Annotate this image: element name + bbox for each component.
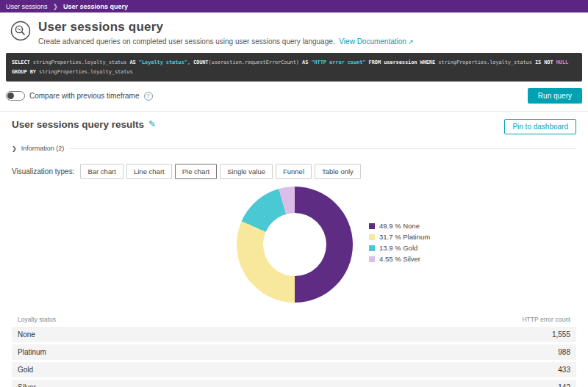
page-subtitle: Create advanced queries on completed use… [38,37,413,46]
query-toolbar: Compare with previous timeframe ? Run qu… [6,88,582,104]
toggle-switch-icon[interactable] [6,91,25,101]
legend-item: 4.55 % Silver [369,255,430,263]
legend-label[interactable]: 31.7 % Platinum [379,233,430,241]
viz-option-line-chart[interactable]: Line chart [126,164,172,179]
legend-swatch [369,256,375,262]
compare-toggle-label: Compare with previous timeframe [29,92,140,100]
legend-label[interactable]: 4.55 % Silver [379,255,420,263]
viz-option-funnel[interactable]: Funnel [276,164,312,179]
breadcrumb-user-sessions[interactable]: User sessions [6,3,48,10]
pin-to-dashboard-button[interactable]: Pin to dashboard [504,119,576,134]
pie-chart-area: 49.9 % None 31.7 % Platinum 13.9 % Gold … [12,182,576,311]
legend-swatch [369,223,375,229]
toggle-knob [7,93,14,99]
donut-hole [263,213,326,276]
legend-item: 31.7 % Platinum [369,233,430,241]
breadcrumb: User sessions ❯ User sessions query [0,0,588,12]
user-sessions-query-icon [10,21,31,41]
divider-line [70,148,576,149]
table-header-row: Loyalty status HTTP error count [12,314,576,327]
viz-option-table-only[interactable]: Table only [315,164,361,179]
view-documentation-link[interactable]: View Documentation↗ [339,37,413,46]
row-label: None [18,330,35,339]
chevron-right-icon: ❯ [53,3,59,10]
results-table: Loyalty status HTTP error count None 1,5… [12,314,576,387]
legend-label[interactable]: 49.9 % None [379,222,420,230]
legend-item: 49.9 % None [369,222,430,230]
query-editor-area: SELECT stringProperties.loyalty_status A… [6,53,582,104]
legend-swatch [369,234,375,240]
chart-legend: 49.9 % None 31.7 % Platinum 13.9 % Gold … [369,222,430,266]
results-header: User sessions query results ✎ Pin to das… [12,119,576,134]
table-row[interactable]: Gold 433 [12,362,576,377]
query-code[interactable]: SELECT stringProperties.loyalty_status A… [6,53,582,82]
page-title: User sessions query [38,20,413,35]
row-value: 1,555 [552,330,570,339]
viz-option-single-value[interactable]: Single value [220,164,273,179]
compare-timeframe-toggle[interactable]: Compare with previous timeframe ? [6,91,153,101]
table-row[interactable]: None 1,555 [12,327,576,342]
information-toggle[interactable]: ❯ Information (2) [12,145,576,152]
legend-swatch [369,245,375,251]
subtitle-text: Create advanced queries on completed use… [38,37,335,46]
row-value: 988 [558,348,570,356]
table-row[interactable]: Platinum 988 [12,344,576,360]
breadcrumb-user-sessions-query: User sessions query [63,3,128,10]
page: User sessions ❯ User sessions query User… [0,0,588,387]
donut-chart[interactable] [237,187,353,303]
row-value: 433 [558,366,570,374]
page-header: User sessions query Create advanced quer… [0,12,588,50]
run-query-button[interactable]: Run query [528,88,582,104]
viz-option-pie-chart[interactable]: Pie chart [175,164,218,179]
visualization-types-row: Visualization types: Bar chart Line char… [12,164,576,179]
results-section: User sessions query results ✎ Pin to das… [0,112,588,387]
column-header-loyalty-status: Loyalty status [18,316,56,323]
table-row[interactable]: Silver 142 [12,380,576,387]
row-label: Silver [18,383,36,387]
legend-label[interactable]: 13.9 % Gold [379,244,417,252]
header-text: User sessions query Create advanced quer… [38,20,413,46]
help-icon[interactable]: ? [144,92,153,101]
row-label: Platinum [18,348,46,356]
row-value: 142 [558,383,570,387]
external-link-icon: ↗ [408,38,414,46]
results-title: User sessions query results [12,119,144,130]
column-header-http-error-count: HTTP error count [522,316,570,323]
edit-pencil-icon[interactable]: ✎ [148,119,156,129]
chevron-right-icon: ❯ [12,145,17,152]
viz-option-bar-chart[interactable]: Bar chart [80,164,123,179]
row-label: Gold [18,366,33,374]
viz-types-label: Visualization types: [12,167,74,176]
information-label: Information (2) [21,145,65,152]
legend-item: 13.9 % Gold [369,244,430,252]
